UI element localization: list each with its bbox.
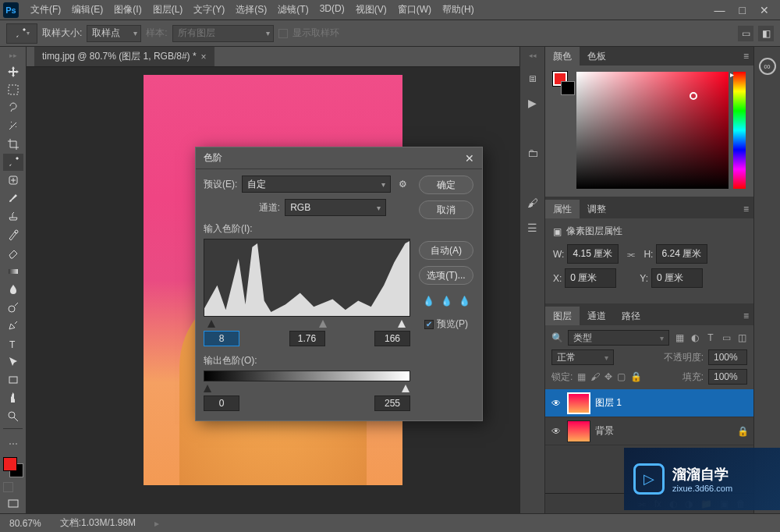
layer-filter-select[interactable]: 类型▾ — [568, 330, 669, 346]
dialog-close-icon[interactable]: ✕ — [465, 152, 474, 165]
close-tab-icon[interactable]: × — [201, 51, 207, 62]
filter-shape-icon[interactable]: ▭ — [721, 332, 732, 343]
lock-icon[interactable]: 🔒 — [630, 371, 642, 382]
output-black-field[interactable]: 0 — [204, 395, 239, 411]
lock-all-icon[interactable]: ▦ — [577, 371, 586, 382]
dialog-titlebar[interactable]: 色阶 ✕ — [196, 147, 482, 169]
layers-panel-menu-icon[interactable]: ≡ — [743, 310, 753, 321]
input-slider[interactable] — [204, 318, 410, 328]
layer-item[interactable]: 👁 图层 1 — [545, 389, 753, 417]
menu-item[interactable]: 图层(L) — [147, 0, 189, 20]
libraries-panel-icon[interactable]: 🗀 — [527, 147, 538, 159]
menu-item[interactable]: 文字(Y) — [188, 0, 230, 20]
filter-adjust-icon[interactable]: ◐ — [690, 332, 700, 343]
preset-gear-icon[interactable]: ⚙ — [395, 179, 410, 190]
maximize-button[interactable]: □ — [739, 4, 746, 16]
color-swatches[interactable] — [0, 452, 26, 478]
link-dimensions-icon[interactable]: ⫘ — [622, 249, 640, 260]
swatches-tab[interactable]: 色板 — [580, 47, 614, 66]
hand-tool[interactable] — [3, 390, 23, 406]
show-ring-checkbox[interactable] — [278, 29, 288, 38]
menu-item[interactable]: 编辑(E) — [66, 0, 108, 20]
lasso-tool[interactable] — [3, 100, 23, 116]
properties-panel-menu-icon[interactable]: ≡ — [743, 204, 753, 215]
dodge-tool[interactable] — [3, 299, 23, 315]
path-selection-tool[interactable] — [3, 353, 23, 370]
layer-item[interactable]: 👁 背景 🔒 — [545, 417, 753, 445]
move-tool[interactable] — [3, 63, 23, 80]
menu-item[interactable]: 3D(D) — [314, 0, 350, 20]
screen-mode-button[interactable] — [3, 496, 23, 512]
layers-tab[interactable]: 图层 — [545, 307, 580, 326]
output-white-handle[interactable] — [402, 385, 410, 392]
color-panel-menu-icon[interactable]: ≡ — [743, 51, 753, 62]
zoom-level[interactable]: 80.67% — [9, 518, 41, 529]
output-black-handle[interactable] — [204, 385, 211, 392]
layer-filter-icons[interactable]: ▦ ◐ T ▭ ◫ — [674, 332, 747, 343]
filter-smart-icon[interactable]: ◫ — [736, 332, 747, 343]
zoom-tool[interactable] — [3, 408, 23, 424]
layer-name[interactable]: 图层 1 — [595, 396, 622, 410]
color-panel-bg[interactable] — [561, 81, 575, 95]
eyedropper-tool[interactable] — [3, 154, 23, 170]
layer-name[interactable]: 背景 — [595, 424, 614, 438]
options-icon-1[interactable]: ▭ — [738, 26, 753, 41]
menu-item[interactable]: 窗口(W) — [392, 0, 437, 20]
input-white-field[interactable]: 166 — [374, 331, 410, 346]
lock-move-icon[interactable]: ✥ — [604, 371, 612, 382]
menu-item[interactable]: 视图(V) — [350, 0, 392, 20]
eraser-tool[interactable] — [3, 245, 23, 261]
gamma-handle[interactable] — [319, 320, 327, 328]
output-slider[interactable] — [204, 383, 410, 392]
cancel-button[interactable]: 取消 — [419, 200, 473, 219]
layer-thumbnail[interactable] — [567, 420, 590, 442]
visibility-icon[interactable]: 👁 — [550, 426, 562, 437]
menu-item[interactable]: 滤镜(T) — [272, 0, 314, 20]
black-point-handle[interactable] — [207, 320, 215, 328]
history-brush-tool[interactable] — [3, 226, 23, 243]
collapse-tools-icon[interactable]: ▸▸ — [0, 51, 26, 59]
color-tab[interactable]: 颜色 — [545, 47, 580, 66]
foreground-color[interactable] — [3, 457, 17, 471]
options-button[interactable]: 选项(T)... — [419, 266, 473, 285]
height-field[interactable]: 6.24 厘米 — [656, 244, 707, 264]
cc-libraries-icon[interactable]: ∞ — [759, 58, 776, 75]
magic-wand-tool[interactable] — [3, 118, 23, 134]
hue-slider[interactable]: ▸ — [733, 72, 746, 189]
sample-size-select[interactable]: 取样点 — [87, 25, 141, 42]
preview-checkbox[interactable]: ✔ — [424, 320, 434, 329]
layer-thumbnail[interactable] — [567, 392, 590, 414]
channel-select[interactable]: RGB — [285, 199, 386, 216]
quick-mask-toggle[interactable] — [0, 479, 26, 495]
sample-layers-select[interactable]: 所有图层 — [172, 25, 274, 42]
x-field[interactable]: 0 厘米 — [565, 268, 616, 288]
paths-tab[interactable]: 路径 — [614, 307, 648, 326]
filter-type-icon[interactable]: T — [705, 332, 716, 343]
blur-tool[interactable] — [3, 281, 23, 297]
output-white-field[interactable]: 255 — [374, 395, 410, 411]
menu-item[interactable]: 帮助(H) — [437, 0, 480, 20]
channels-tab[interactable]: 通道 — [580, 307, 614, 326]
doc-info[interactable]: 文档:1.03M/1.98M — [60, 516, 136, 530]
white-eyedropper-icon[interactable]: 💧 — [459, 296, 470, 307]
lock-artboard-icon[interactable]: ▢ — [617, 371, 626, 382]
ok-button[interactable]: 确定 — [419, 176, 473, 194]
crop-tool[interactable] — [3, 136, 23, 152]
width-field[interactable]: 4.15 厘米 — [567, 244, 619, 264]
opacity-field[interactable]: 100% — [708, 349, 747, 365]
y-field[interactable]: 0 厘米 — [651, 268, 703, 288]
healing-brush-tool[interactable] — [3, 172, 23, 189]
fill-field[interactable]: 100% — [708, 369, 747, 385]
actions-panel-icon[interactable]: ▶ — [528, 97, 537, 109]
visibility-icon[interactable]: 👁 — [550, 398, 562, 409]
gradient-tool[interactable] — [3, 263, 23, 279]
input-black-field[interactable]: 8 — [204, 331, 239, 346]
options-icon-2[interactable]: ◧ — [758, 26, 774, 41]
history-panel-icon[interactable]: 🗉 — [527, 72, 538, 84]
brush-tool[interactable] — [3, 190, 23, 207]
rectangle-tool[interactable] — [3, 372, 23, 388]
menu-item[interactable]: 文件(F) — [25, 0, 66, 20]
white-point-handle[interactable] — [398, 320, 406, 328]
preset-select[interactable]: 自定 — [242, 176, 391, 193]
adjustments-tab[interactable]: 调整 — [580, 200, 614, 219]
